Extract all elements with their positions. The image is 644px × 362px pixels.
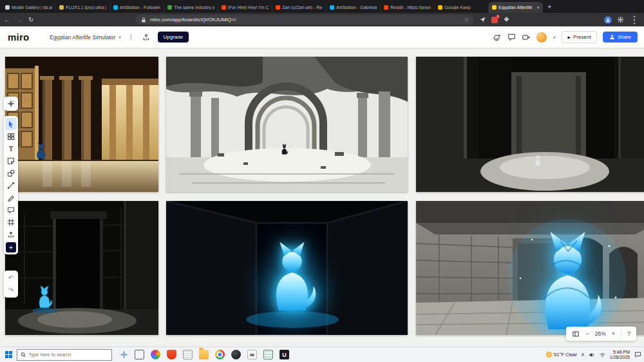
board-canvas[interactable]: T <box>0 48 644 347</box>
present-button[interactable]: ▶ Present <box>562 31 596 43</box>
weather-widget[interactable]: 51°F Clear <box>546 352 577 357</box>
browser-tab[interactable]: Model Gallery | fal.ai <box>2 2 56 13</box>
board-title[interactable]: Egyptian Afterlife Simulator ∨ <box>50 34 121 41</box>
browser-profile-avatar[interactable] <box>604 16 612 24</box>
clock-time: 5:46 PM <box>613 350 630 354</box>
tools-panel: T <box>4 116 18 254</box>
file-explorer-icon[interactable] <box>199 350 209 359</box>
system-tray: 51°F Clear ∧ 5:46 PM 1/28/2025 <box>546 350 644 360</box>
browser-tab[interactable]: Zari (u/Zari-art) - Red <box>272 2 327 13</box>
user-avatar[interactable] <box>536 32 547 43</box>
shapes-tool[interactable] <box>5 167 17 179</box>
new-tab-button[interactable]: + <box>543 1 556 12</box>
browser-tab[interactable]: FLUX1.1 [pro] ultra | Te <box>56 2 110 13</box>
frame-icon <box>7 218 15 226</box>
settings-gear-icon[interactable] <box>617 16 624 23</box>
brave-browser-icon[interactable] <box>167 350 176 359</box>
browser-tab[interactable]: [For Hire] Hey! I'm Ca <box>218 2 272 13</box>
connector-tool[interactable] <box>5 179 17 191</box>
task-view-icon[interactable] <box>135 350 144 359</box>
tab-label: Egyptian Afterlife <box>498 5 535 10</box>
zoom-level[interactable]: 26% <box>595 330 606 337</box>
upgrade-button[interactable]: Upgrade <box>158 32 189 43</box>
video-chat-icon[interactable] <box>522 33 531 42</box>
comments-tool[interactable] <box>5 204 17 216</box>
frames-tool[interactable] <box>5 216 17 228</box>
plus-icon: + <box>9 243 13 251</box>
canvas-image-warm-temple-hall[interactable] <box>5 57 158 192</box>
comments-icon[interactable] <box>507 33 516 41</box>
browser-tab[interactable]: The game industry job <box>164 2 218 13</box>
u-letter-app-icon[interactable]: U <box>279 350 289 359</box>
windows-taskbar: ∞U 51°F Clear ∧ 5:46 PM 1/ <box>0 347 644 362</box>
extensions-puzzle-icon[interactable] <box>503 16 510 23</box>
browser-tab[interactable]: Google Keep <box>435 2 489 13</box>
connector-icon <box>7 182 15 189</box>
board-menu-kebab-icon[interactable]: ⋮ <box>128 33 135 41</box>
palette-app-icon[interactable] <box>151 350 160 359</box>
browser-toolbar: ← → ↻ miro.com/app/board/uXjVOKJUMiQ=/ ☆… <box>0 13 644 26</box>
taskbar-apps: ∞U <box>131 350 292 359</box>
upload-tool[interactable] <box>5 228 17 240</box>
share-button[interactable]: Share <box>603 32 638 43</box>
frames-panel-button[interactable] <box>572 330 580 338</box>
taskbar-search[interactable] <box>17 349 112 361</box>
browser-menu-kebab-icon[interactable]: ⋮ <box>629 14 639 26</box>
sticky-note-tool[interactable] <box>5 155 17 167</box>
avatar-chevron-down-icon[interactable]: ∨ <box>553 35 556 40</box>
canvas-image-tunnel-glowing-cat[interactable] <box>166 201 408 335</box>
browser-tab[interactable]: Reddit - https://previ <box>381 2 435 13</box>
notepad-app-icon[interactable] <box>183 350 193 359</box>
action-center-icon[interactable] <box>634 350 642 359</box>
canvas-image-ink-ruins[interactable] <box>166 57 408 192</box>
adblock-extension-icon[interactable]: 1 <box>491 17 498 23</box>
canvas-image-dark-doorway[interactable] <box>5 201 158 335</box>
back-icon[interactable]: ← <box>4 16 10 23</box>
tab-close-icon[interactable]: × <box>536 5 540 10</box>
zoom-in-button[interactable]: + <box>612 330 615 337</box>
canvas-image-dungeon-spirit-cat[interactable] <box>416 201 644 335</box>
volume-icon[interactable] <box>589 352 595 358</box>
address-bar[interactable]: miro.com/app/board/uXjVOKJUMiQ=/ ☆ <box>135 15 474 24</box>
forward-icon[interactable]: → <box>16 16 23 23</box>
browser-tab[interactable]: ArtStation - Gabriela Z <box>327 2 381 13</box>
dark-round-app-icon[interactable] <box>231 350 241 359</box>
infinity-app-icon[interactable]: ∞ <box>247 350 257 359</box>
bookmark-star-icon[interactable]: ☆ <box>464 17 469 23</box>
share-label: Share <box>618 34 631 40</box>
green-document-app-icon[interactable] <box>263 350 273 359</box>
ai-assistant-button[interactable] <box>4 97 18 111</box>
browser-tab[interactable]: Egyptian Afterlife × <box>489 2 543 13</box>
send-share-icon[interactable] <box>479 16 486 23</box>
tray-chevron-up-icon[interactable]: ∧ <box>581 352 585 357</box>
taskbar-clock[interactable]: 5:46 PM 1/28/2025 <box>610 350 630 360</box>
taskbar-search-input[interactable] <box>28 352 108 357</box>
network-icon[interactable] <box>599 352 606 358</box>
colorful-sparkle-app-icon[interactable] <box>118 349 129 360</box>
tab-label: Reddit - https://previ <box>390 5 431 10</box>
browser-tab[interactable]: ArtStation - Following <box>110 2 164 13</box>
more-apps-button[interactable]: + <box>6 242 16 252</box>
refresh-icon[interactable]: ↻ <box>28 16 33 23</box>
start-button[interactable] <box>0 347 17 362</box>
reactions-icon[interactable] <box>493 33 502 42</box>
canvas-image-dark-columned-hall[interactable] <box>416 57 644 192</box>
app-header: miro Egyptian Afterlife Simulator ∨ ⋮ Up… <box>0 26 644 48</box>
chrome-browser-icon[interactable] <box>215 350 225 359</box>
text-tool[interactable]: T <box>5 142 17 155</box>
zoom-out-button[interactable]: − <box>585 330 589 337</box>
templates-tool[interactable] <box>5 130 17 142</box>
export-icon[interactable] <box>142 33 150 41</box>
help-button[interactable]: ? <box>627 330 630 337</box>
miro-logo[interactable]: miro <box>8 32 29 43</box>
upload-icon <box>7 231 15 238</box>
pen-tool[interactable] <box>5 191 17 204</box>
undo-button[interactable]: ↶ <box>5 272 17 284</box>
tab-label: ArtStation - Following <box>120 5 160 10</box>
sun-icon <box>546 352 552 357</box>
tab-favicon-icon <box>59 5 64 10</box>
comment-bubble-icon <box>7 206 15 214</box>
tab-label: [For Hire] Hey! I'm Ca <box>228 5 269 10</box>
redo-button[interactable]: ↷ <box>5 284 17 296</box>
select-tool[interactable] <box>5 118 17 130</box>
